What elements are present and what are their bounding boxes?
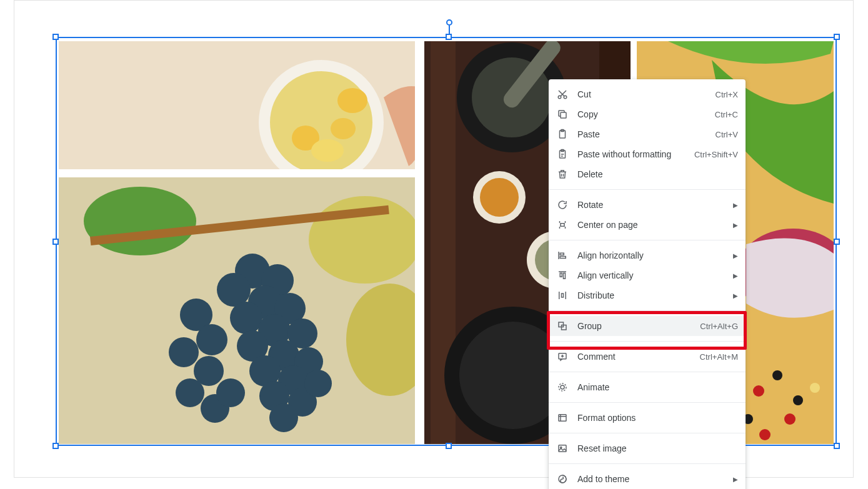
menu-separator (549, 189, 746, 190)
selection-handle-bl[interactable] (52, 443, 59, 449)
selection-handle-br[interactable] (834, 443, 840, 449)
selection-handle-tc[interactable] (446, 34, 452, 40)
distribute-icon (556, 289, 569, 302)
submenu-arrow-icon: ▶ (733, 476, 738, 483)
menu-animate-label: Animate (577, 382, 738, 392)
align-horizontal-icon (556, 249, 569, 262)
menu-copy-label: Copy (577, 109, 715, 119)
menu-comment[interactable]: Comment Ctrl+Alt+M (549, 347, 746, 367)
animate-icon (556, 381, 569, 393)
svg-rect-79 (564, 273, 566, 279)
menu-theme-label: Add to theme (577, 474, 728, 484)
menu-paste-wf-label: Paste without formatting (577, 149, 694, 159)
menu-paste-wf-shortcut: Ctrl+Shift+V (694, 150, 738, 159)
submenu-arrow-icon: ▶ (733, 222, 738, 229)
menu-center-on-page[interactable]: Center on page ▶ (549, 215, 746, 235)
delete-icon (556, 168, 569, 180)
menu-paste[interactable]: Paste Ctrl+V (549, 124, 746, 144)
reset-image-icon (556, 442, 569, 455)
menu-align-h-label: Align horizontally (577, 250, 728, 260)
menu-align-horizontally[interactable]: Align horizontally ▶ (549, 245, 746, 265)
comment-icon (556, 350, 569, 363)
menu-center-label: Center on page (577, 220, 728, 230)
paste-icon (556, 128, 569, 141)
svg-rect-86 (559, 415, 566, 422)
menu-distribute-label: Distribute (577, 290, 728, 300)
menu-group[interactable]: Group Ctrl+Alt+G (549, 316, 746, 336)
selection-handle-ml[interactable] (52, 239, 59, 245)
menu-align-v-label: Align vertically (577, 270, 728, 280)
menu-format-options[interactable]: Format options (549, 408, 746, 428)
theme-icon (556, 473, 569, 485)
menu-separator (549, 372, 746, 372)
align-vertical-icon (556, 269, 569, 282)
menu-cut-shortcut: Ctrl+X (716, 90, 738, 99)
submenu-arrow-icon: ▶ (733, 252, 738, 259)
submenu-arrow-icon: ▶ (733, 292, 738, 299)
menu-rotate[interactable]: Rotate ▶ (549, 195, 746, 215)
menu-separator (549, 402, 746, 403)
cut-icon (556, 88, 569, 101)
menu-separator (549, 310, 746, 311)
menu-group-shortcut: Ctrl+Alt+G (700, 322, 738, 331)
menu-comment-label: Comment (577, 352, 700, 362)
svg-point-68 (558, 96, 561, 99)
menu-copy[interactable]: Copy Ctrl+C (549, 104, 746, 124)
menu-separator (549, 433, 746, 433)
menu-paste-label: Paste (577, 129, 716, 139)
svg-rect-75 (561, 224, 564, 227)
center-icon (556, 219, 569, 231)
slide-canvas[interactable]: Cut Ctrl+X Copy Ctrl+C Paste Ctrl+V Past… (14, 0, 854, 478)
menu-add-to-theme[interactable]: Add to theme ▶ (549, 469, 746, 489)
svg-rect-76 (560, 253, 564, 255)
menu-cut-label: Cut (577, 89, 716, 99)
svg-rect-77 (560, 257, 566, 259)
svg-rect-70 (561, 112, 566, 118)
menu-animate[interactable]: Animate (549, 377, 746, 397)
menu-reset-image[interactable]: Reset image (549, 438, 746, 458)
selection-handle-mr[interactable] (834, 239, 840, 245)
selection-handle-tr[interactable] (834, 34, 840, 40)
menu-paste-without-formatting[interactable]: Paste without formatting Ctrl+Shift+V (549, 144, 746, 164)
format-options-icon (556, 412, 569, 424)
copy-icon (556, 108, 569, 121)
svg-point-84 (561, 385, 564, 389)
context-menu: Cut Ctrl+X Copy Ctrl+C Paste Ctrl+V Past… (549, 79, 746, 489)
submenu-arrow-icon: ▶ (733, 272, 738, 279)
menu-cut[interactable]: Cut Ctrl+X (549, 84, 746, 104)
menu-separator (549, 463, 746, 464)
menu-format-label: Format options (577, 413, 738, 423)
rotate-handle[interactable] (446, 19, 452, 26)
group-icon (556, 320, 569, 332)
menu-group-label: Group (577, 321, 700, 331)
svg-point-69 (564, 96, 567, 99)
menu-rotate-label: Rotate (577, 200, 728, 210)
selection-handle-bc[interactable] (446, 443, 452, 449)
submenu-arrow-icon: ▶ (733, 202, 738, 209)
menu-separator (549, 341, 746, 342)
menu-distribute[interactable]: Distribute ▶ (549, 285, 746, 305)
menu-align-vertically[interactable]: Align vertically ▶ (549, 265, 746, 285)
menu-paste-shortcut: Ctrl+V (716, 130, 738, 139)
menu-delete-label: Delete (577, 169, 738, 179)
svg-rect-80 (562, 294, 564, 297)
menu-copy-shortcut: Ctrl+C (715, 110, 738, 119)
selection-handle-tl[interactable] (52, 34, 59, 40)
svg-rect-87 (559, 445, 566, 452)
rotate-icon (556, 199, 569, 211)
menu-separator (549, 240, 746, 240)
menu-comment-shortcut: Ctrl+Alt+M (700, 352, 738, 362)
paste-plain-icon (556, 148, 569, 161)
svg-rect-78 (560, 273, 562, 277)
menu-reset-label: Reset image (577, 443, 738, 453)
menu-delete[interactable]: Delete (549, 164, 746, 184)
svg-point-85 (559, 383, 566, 391)
